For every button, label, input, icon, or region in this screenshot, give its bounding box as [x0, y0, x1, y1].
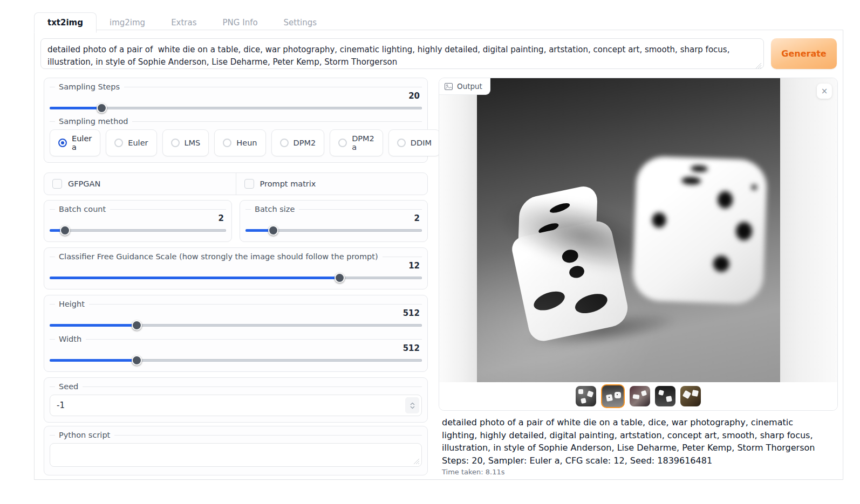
cfg-label: Classifier Free Guidance Scale (how stro…	[50, 252, 422, 261]
die-blurred	[632, 156, 767, 305]
slider-handle[interactable]	[60, 225, 70, 236]
batch-size-value: 2	[245, 214, 422, 224]
output-column: Output ×	[439, 78, 838, 476]
width-value: 512	[50, 344, 422, 354]
gallery-thumbnail-5[interactable]	[680, 386, 701, 406]
width-label: Width	[50, 334, 422, 344]
slider-handle[interactable]	[132, 320, 142, 330]
sampling-steps-slider[interactable]	[50, 102, 422, 113]
image-left-margin	[439, 78, 477, 382]
gallery-thumbnail-1[interactable]	[576, 386, 596, 406]
image-stage-row	[439, 78, 837, 382]
gallery-thumbnail-3[interactable]	[630, 386, 650, 406]
seed-stepper[interactable]	[405, 397, 419, 413]
batch-count-slider[interactable]	[50, 225, 226, 236]
main-container: detailed photo of a pair of white die on…	[34, 30, 843, 480]
generate-button[interactable]: Generate	[771, 38, 837, 69]
slider-handle[interactable]	[268, 225, 278, 236]
cfg-panel: Classifier Free Guidance Scale (how stro…	[44, 247, 428, 289]
radio-dot-icon	[171, 139, 180, 147]
batch-size-panel: Batch size 2	[240, 200, 428, 242]
radio-label: Heun	[236, 139, 257, 147]
radio-label: DDIM	[411, 139, 432, 147]
python-script-label: Python script	[50, 430, 422, 440]
gallery-thumbnail-4[interactable]	[655, 386, 675, 406]
page: txt2img img2img Extras PNG Info Settings…	[0, 0, 860, 504]
radio-ddim[interactable]: DDIM	[388, 129, 440, 156]
tab-img2img[interactable]: img2img	[97, 13, 158, 32]
toggles-panel: GFPGAN Prompt matrix	[44, 172, 428, 195]
radio-label: LMS	[185, 139, 201, 147]
radio-heun[interactable]: Heun	[214, 129, 265, 156]
seed-input[interactable]	[50, 395, 422, 416]
caption-time-taken: Time taken: 8.11s	[442, 468, 820, 476]
radio-dpm2[interactable]: DPM2	[271, 129, 325, 156]
slider-handle[interactable]	[132, 355, 142, 365]
image-right-margin	[780, 78, 837, 382]
chevron-down-icon[interactable]	[410, 406, 415, 409]
sampling-method-options: Euler a Euler LMS Heun DPM2 DPM2 a DDIM …	[50, 129, 422, 156]
radio-dot-icon	[338, 139, 347, 147]
radio-euler-a[interactable]: Euler a	[50, 129, 100, 156]
radio-dot-icon	[223, 139, 231, 147]
cfg-slider[interactable]	[50, 272, 422, 283]
slider-handle[interactable]	[97, 103, 107, 113]
gallery-thumbnails	[439, 382, 837, 410]
batch-row: Batch count 2 Batch size 2	[44, 200, 428, 242]
batch-count-label: Batch count	[50, 204, 226, 214]
prompt-row: detailed photo of a pair of white die on…	[40, 38, 837, 71]
resize-grip-icon[interactable]	[755, 63, 762, 69]
radio-label: Euler	[128, 139, 148, 147]
radio-label: DPM2	[294, 139, 316, 147]
output-gallery: Output ×	[439, 78, 838, 411]
sampling-method-label: Sampling method	[50, 116, 422, 126]
height-slider[interactable]	[50, 320, 422, 330]
sampling-panel: Sampling Steps 20 Sampling method Euler …	[44, 78, 428, 163]
prompt-matrix-option[interactable]: Prompt matrix	[236, 173, 428, 195]
sampling-steps-label: Sampling Steps	[50, 82, 422, 92]
tab-settings[interactable]: Settings	[271, 13, 330, 32]
width-slider[interactable]	[50, 355, 422, 365]
radio-euler[interactable]: Euler	[106, 129, 156, 156]
radio-dot-icon	[114, 139, 123, 147]
batch-size-slider[interactable]	[245, 225, 422, 236]
prompt-matrix-checkbox[interactable]	[244, 179, 254, 189]
chevron-up-icon[interactable]	[410, 402, 415, 405]
tab-extras[interactable]: Extras	[158, 13, 209, 32]
sampling-steps-value: 20	[50, 92, 422, 101]
slider-handle[interactable]	[335, 273, 345, 283]
resize-grip-icon[interactable]	[413, 458, 420, 465]
gallery-thumbnail-2-selected[interactable]	[601, 384, 625, 408]
batch-size-label: Batch size	[245, 204, 422, 214]
tab-bar: txt2img img2img Extras PNG Info Settings	[34, 12, 330, 32]
tab-png-info[interactable]: PNG Info	[210, 13, 271, 32]
cfg-value: 12	[50, 261, 422, 271]
radio-label: DPM2 a	[352, 134, 374, 151]
gfpgan-checkbox[interactable]	[52, 179, 62, 189]
radio-dot-icon	[397, 139, 406, 147]
radio-lms[interactable]: LMS	[162, 129, 209, 156]
generation-info: detailed photo of a pair of white die on…	[442, 416, 820, 476]
radio-dpm2-a[interactable]: DPM2 a	[330, 129, 383, 156]
radio-dot-icon	[58, 139, 67, 147]
prompt-matrix-label: Prompt matrix	[260, 179, 316, 188]
gfpgan-option[interactable]: GFPGAN	[44, 173, 236, 195]
radio-label: Euler a	[72, 134, 92, 151]
caption-params: Steps: 20, Sampler: Euler a, CFG scale: …	[442, 455, 820, 466]
seed-label: Seed	[50, 382, 422, 391]
close-output-button[interactable]: ×	[817, 84, 832, 99]
batch-count-panel: Batch count 2	[44, 200, 232, 242]
output-image[interactable]	[477, 78, 780, 382]
gfpgan-label: GFPGAN	[68, 179, 100, 188]
caption-prompt: detailed photo of a pair of white die on…	[442, 416, 820, 454]
python-script-panel: Python script	[44, 426, 428, 475]
prompt-input[interactable]: detailed photo of a pair of white die on…	[40, 38, 764, 69]
dimensions-panel: Height 512 Width 512	[44, 295, 428, 372]
python-script-input[interactable]	[50, 443, 422, 467]
batch-count-value: 2	[50, 214, 226, 224]
height-value: 512	[50, 309, 422, 319]
tab-txt2img[interactable]: txt2img	[34, 12, 97, 33]
image-icon	[445, 83, 453, 90]
settings-and-output-columns: Sampling Steps 20 Sampling method Euler …	[44, 78, 838, 476]
output-label: Output	[439, 78, 490, 95]
